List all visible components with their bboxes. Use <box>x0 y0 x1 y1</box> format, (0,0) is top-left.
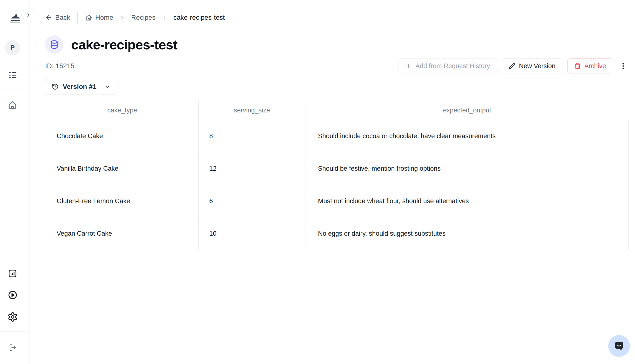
play-circle-icon <box>8 290 18 300</box>
breadcrumb-item-recipes[interactable]: Recipes <box>131 14 155 22</box>
sidebar-divider <box>0 61 29 61</box>
bar-chart-icon <box>8 269 17 278</box>
pencil-icon <box>509 62 515 69</box>
cell-expected-output: No eggs or dairy, should suggest substit… <box>305 218 629 250</box>
sidebar-item-home[interactable] <box>8 100 17 110</box>
button-label: Archive <box>584 62 606 70</box>
sidebar-item-settings[interactable] <box>8 312 18 322</box>
action-buttons: Add from Request History New Version Arc… <box>398 58 628 74</box>
chevron-down-icon <box>104 83 111 90</box>
sidebar-item-analytics[interactable] <box>8 269 17 278</box>
sidebar-divider <box>0 262 29 262</box>
table-header-row: cake_type serving_size expected_output <box>46 101 629 120</box>
back-label: Back <box>55 14 70 22</box>
home-icon <box>8 100 17 110</box>
table-row: Vegan Carrot Cake 10 No eggs or dairy, s… <box>46 218 629 250</box>
breadcrumb-label: Home <box>95 14 113 22</box>
cell-expected-output: Must not include wheat flour, should use… <box>305 185 629 218</box>
archive-button[interactable]: Archive <box>567 58 613 74</box>
cell-serving-size: 12 <box>199 152 305 185</box>
cake-logo-icon[interactable] <box>9 14 21 24</box>
history-icon <box>52 83 59 90</box>
sidebar-divider <box>3 34 26 34</box>
sidebar-item-registry[interactable] <box>8 70 17 80</box>
button-label: Add from Request History <box>415 62 490 70</box>
plus-icon <box>405 62 412 69</box>
kebab-menu-icon <box>619 62 627 70</box>
dataset-icon-badge <box>45 36 63 54</box>
workspace-initial: P <box>10 44 15 52</box>
home-icon <box>85 14 92 21</box>
chat-widget-button[interactable] <box>608 335 630 357</box>
add-from-request-history-button[interactable]: Add from Request History <box>398 58 497 74</box>
cell-expected-output: Should be festive, mention frosting opti… <box>305 152 629 185</box>
breadcrumb-label: Recipes <box>131 14 155 22</box>
trash-icon <box>574 62 581 69</box>
cell-cake-type: Vegan Carrot Cake <box>46 218 199 250</box>
breadcrumb-label: cake-recipes-test <box>173 14 225 22</box>
workspace-avatar[interactable]: P <box>5 40 20 55</box>
dataset-table: cake_type serving_size expected_output C… <box>46 101 629 251</box>
cell-serving-size: 10 <box>199 218 305 250</box>
table-bottom-border <box>43 250 632 251</box>
logout-icon <box>8 343 17 352</box>
breadcrumb-item-current: cake-recipes-test <box>173 14 225 22</box>
chevron-right-icon <box>120 15 125 20</box>
column-header-expected-output: expected_output <box>305 101 629 120</box>
cell-expected-output: Should include cocoa or chocolate, have … <box>305 120 629 152</box>
back-button[interactable]: Back <box>45 14 70 22</box>
cell-serving-size: 6 <box>199 185 305 218</box>
database-icon <box>49 40 59 50</box>
sidebar-item-logout[interactable] <box>8 343 17 352</box>
meta-row: ID: 15215 Add from Request History New V… <box>45 58 628 74</box>
sidebar-divider <box>0 88 29 89</box>
more-options-button[interactable] <box>618 58 628 74</box>
sidebar-item-playground[interactable] <box>8 290 18 300</box>
column-header-serving-size: serving_size <box>199 101 305 120</box>
button-label: New Version <box>519 62 555 70</box>
dataset-id: ID: 15215 <box>45 62 74 70</box>
sidebar-divider <box>0 331 29 332</box>
main-content: Back Home Recipes cake-recipes-test <box>29 0 635 364</box>
cell-cake-type: Gluten-Free Lemon Cake <box>46 185 199 218</box>
arrow-left-icon <box>45 14 52 21</box>
version-row: Version #1 <box>45 79 628 94</box>
sidebar-expand-button[interactable] <box>22 8 36 22</box>
gear-icon <box>8 312 18 322</box>
page-header: cake-recipes-test <box>45 36 628 54</box>
list-icon <box>8 70 17 80</box>
table-row: Chocolate Cake 8 Should include cocoa or… <box>46 120 629 152</box>
cell-cake-type: Chocolate Cake <box>46 120 199 152</box>
table-row: Vanilla Birthday Cake 12 Should be festi… <box>46 152 629 185</box>
new-version-button[interactable]: New Version <box>502 58 562 74</box>
chat-bubble-icon <box>613 340 625 352</box>
breadcrumb: Back Home Recipes cake-recipes-test <box>45 12 628 23</box>
chevron-right-icon <box>162 15 167 20</box>
version-label: Version #1 <box>63 83 96 90</box>
table-row: Gluten-Free Lemon Cake 6 Must not includ… <box>46 185 629 218</box>
column-header-cake-type: cake_type <box>46 101 199 120</box>
chevron-right-icon <box>26 12 31 18</box>
cell-cake-type: Vanilla Birthday Cake <box>46 152 199 185</box>
version-selector[interactable]: Version #1 <box>45 79 117 94</box>
page-title: cake-recipes-test <box>71 37 177 52</box>
breadcrumb-separator <box>77 12 78 23</box>
sidebar: P <box>0 0 29 364</box>
cell-serving-size: 8 <box>199 120 305 152</box>
breadcrumb-item-home[interactable]: Home <box>85 14 113 22</box>
